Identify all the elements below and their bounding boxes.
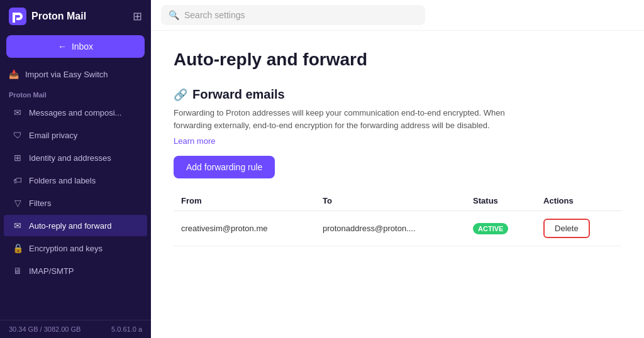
logo-area: Proton Mail bbox=[9, 8, 86, 25]
col-to: To bbox=[315, 191, 465, 211]
sidebar-item-label: Auto-reply and forward bbox=[29, 221, 112, 231]
sidebar-item-label: Folders and labels bbox=[29, 176, 96, 185]
row-from: creativesim@proton.me bbox=[174, 211, 315, 246]
delete-button[interactable]: Delete bbox=[543, 219, 590, 238]
forward-section-title: Forward emails bbox=[192, 87, 285, 102]
section-proton-label: Proton Mail bbox=[0, 85, 151, 101]
sidebar-item-label: Encryption and keys bbox=[29, 244, 103, 253]
row-status: ACTIVE bbox=[465, 211, 536, 246]
status-badge: ACTIVE bbox=[473, 223, 508, 234]
row-to: protonaddress@proton.... bbox=[315, 211, 465, 246]
col-from: From bbox=[174, 191, 315, 211]
grid-icon[interactable]: ⊞ bbox=[133, 9, 142, 23]
sidebar-item-label: Messages and composi... bbox=[29, 108, 121, 117]
autoreply-icon: ✉ bbox=[13, 221, 23, 231]
add-forwarding-rule-button[interactable]: Add forwarding rule bbox=[174, 156, 275, 178]
page-title: Auto-reply and forward bbox=[174, 50, 621, 70]
forward-section-desc: Forwarding to Proton addresses will keep… bbox=[174, 107, 526, 131]
label-icon: 🏷 bbox=[13, 175, 23, 185]
table-row: creativesim@proton.me protonaddress@prot… bbox=[174, 211, 621, 246]
search-icon: 🔍 bbox=[169, 10, 179, 20]
shield-icon: 🛡 bbox=[13, 130, 23, 140]
sidebar-item-identity[interactable]: ⊞ Identity and addresses bbox=[4, 147, 147, 168]
storage-info: 30.34 GB / 3082.00 GB bbox=[9, 325, 80, 333]
search-bar: 🔍 bbox=[161, 5, 425, 25]
sidebar-item-label: Identity and addresses bbox=[29, 153, 111, 163]
row-actions: Delete bbox=[536, 211, 621, 246]
sidebar-footer: 30.34 GB / 3082.00 GB 5.0.61.0 a bbox=[0, 320, 151, 338]
import-icon: 📥 bbox=[9, 70, 19, 79]
link-icon: 🔗 bbox=[174, 88, 187, 102]
messages-icon: ✉ bbox=[13, 107, 23, 117]
svg-rect-0 bbox=[9, 8, 26, 25]
sidebar: Proton Mail ⊞ ← Inbox 📥 Import via Easy … bbox=[0, 0, 151, 338]
content-area: Auto-reply and forward 🔗 Forward emails … bbox=[151, 31, 644, 338]
lock-icon: 🔒 bbox=[13, 243, 23, 253]
sidebar-item-messages[interactable]: ✉ Messages and composi... bbox=[4, 102, 147, 123]
learn-more-link[interactable]: Learn more bbox=[174, 136, 215, 146]
sidebar-item-encryption[interactable]: 🔒 Encryption and keys bbox=[4, 237, 147, 259]
sidebar-item-label: Filters bbox=[29, 199, 51, 208]
server-icon: 🖥 bbox=[13, 266, 23, 276]
import-label: Import via Easy Switch bbox=[25, 70, 108, 79]
app-title: Proton Mail bbox=[31, 11, 86, 22]
main-content: 🔍 Auto-reply and forward 🔗 Forward email… bbox=[151, 0, 644, 338]
inbox-label: Inbox bbox=[72, 41, 93, 52]
identity-icon: ⊞ bbox=[13, 153, 23, 163]
sidebar-item-label: Email privacy bbox=[29, 131, 77, 140]
forward-emails-section: 🔗 Forward emails Forwarding to Proton ad… bbox=[174, 87, 621, 246]
sidebar-item-filters[interactable]: ▽ Filters bbox=[4, 192, 147, 214]
import-easy-switch[interactable]: 📥 Import via Easy Switch bbox=[0, 64, 151, 85]
section-title: 🔗 Forward emails bbox=[174, 87, 621, 102]
proton-logo-icon bbox=[9, 8, 26, 25]
sidebar-item-privacy[interactable]: 🛡 Email privacy bbox=[4, 124, 147, 146]
sidebar-item-imap[interactable]: 🖥 IMAP/SMTP bbox=[4, 260, 147, 281]
version-info: 5.0.61.0 a bbox=[111, 325, 142, 333]
forwarding-rules-table: From To Status Actions creativesim@proto… bbox=[174, 191, 621, 246]
search-bar-area: 🔍 bbox=[151, 0, 644, 31]
sidebar-item-folders[interactable]: 🏷 Folders and labels bbox=[4, 170, 147, 191]
col-status: Status bbox=[465, 191, 536, 211]
filter-icon: ▽ bbox=[13, 198, 23, 208]
col-actions: Actions bbox=[536, 191, 621, 211]
arrow-left-icon: ← bbox=[58, 41, 67, 52]
sidebar-header: Proton Mail ⊞ bbox=[0, 0, 151, 33]
sidebar-item-autoreply[interactable]: ✉ Auto-reply and forward bbox=[4, 215, 147, 236]
inbox-button[interactable]: ← Inbox bbox=[6, 35, 145, 58]
search-input[interactable] bbox=[184, 10, 418, 20]
sidebar-item-label: IMAP/SMTP bbox=[29, 266, 74, 276]
